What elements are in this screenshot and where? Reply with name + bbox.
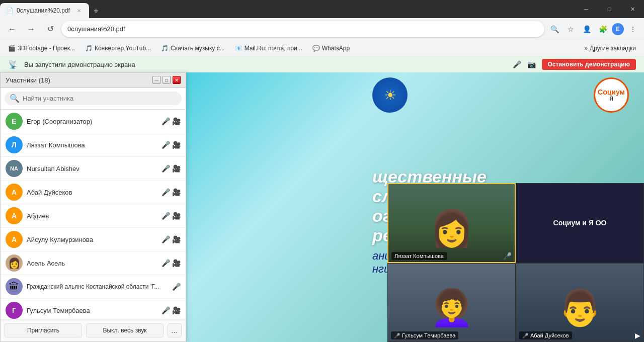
extensions-icon[interactable]: 🧩: [596, 22, 610, 36]
screenshare-icon[interactable]: 👤: [580, 22, 594, 36]
avatar: Г: [6, 302, 23, 319]
search-icon[interactable]: 🔍: [547, 22, 561, 36]
bookmarks-more-label: Другие закладки: [590, 45, 636, 52]
bookmark-label-3: Скачать музыку с...: [171, 45, 225, 52]
bookmark-mailru[interactable]: 📧 Mail.Ru: почта, пои...: [231, 43, 306, 53]
cam-off-icon: 🎥: [172, 235, 181, 243]
bookmarks-more-btn[interactable]: » Другие закладки: [580, 43, 640, 53]
bookmark-favicon-5: 💬: [312, 45, 320, 52]
video-label-lyazzat: Ляззат Компышова: [391, 252, 447, 260]
list-item: Г Гульсум Темирбаева 🎤 🎥: [1, 299, 186, 319]
bookmark-whatsapp[interactable]: 💬 WhatsApp: [308, 43, 354, 53]
mic-status-icon: 🎤: [513, 60, 521, 68]
bookmark-3dfootage[interactable]: 🎬 3DFootage - Проек...: [4, 43, 79, 53]
bookmark-music[interactable]: 🎵 Скачать музыку с...: [157, 43, 229, 53]
reload-button[interactable]: ↺: [42, 21, 58, 37]
cam-status-icon: 📷: [527, 60, 536, 68]
browser-tab-active[interactable]: 📄 0слушания%20.pdf ✕: [0, 3, 89, 18]
mic-off-icon: 🎤: [162, 259, 170, 267]
mic-off-icon: 🎤: [162, 188, 170, 196]
search-box: 🔍: [1, 88, 186, 110]
bookmarks-bar: 🎬 3DFootage - Проек... 🎵 Конвертер YouTu…: [0, 40, 644, 56]
panel-titlebar: Участники (18) ─ □ ✕: [1, 73, 186, 88]
cam-icon: 🎥: [172, 141, 181, 149]
mic-icon: 🎤: [162, 141, 170, 149]
participant-name: Айсулу Кулмурзинова: [27, 236, 157, 243]
panel-maximize-btn[interactable]: □: [163, 76, 171, 84]
logo-container: Социум Я: [594, 77, 629, 113]
forward-button[interactable]: →: [23, 21, 39, 37]
mute-icon: 🎤: [522, 333, 528, 338]
participant-name: Гульсум Темирбаева: [27, 307, 157, 314]
bookmark-youtubeconverter[interactable]: 🎵 Конвертер YouTub...: [81, 43, 155, 53]
flag-emblem: ☀: [372, 77, 408, 113]
bookmark-label-5: WhatsApp: [322, 45, 350, 52]
participant-name: Абай Дуйсеков: [27, 189, 157, 196]
window-close-btn[interactable]: ✕: [621, 0, 644, 18]
cam-off-icon: 🎥: [172, 306, 181, 314]
video-tile-socium: Социум и Я ОО: [516, 183, 644, 263]
participant-name: Гражданский альянс Костанайской области …: [27, 283, 168, 290]
screenshare-status-icon: 📡: [8, 60, 18, 69]
participant-list: E Егор (Соорганизатор) 🎤 🎥 Л Ляззат Комп…: [1, 110, 186, 319]
mic-off-icon: 🎤: [162, 306, 170, 314]
profile-icon[interactable]: E: [612, 23, 624, 35]
video-tile-abay: 👨 🎤 Абай Дуйсеков ▶: [516, 263, 644, 342]
invite-button[interactable]: Пригласить: [5, 323, 82, 337]
new-tab-button[interactable]: +: [89, 4, 103, 18]
participant-name: Nursultan Abishev: [27, 165, 157, 173]
participant-search-input[interactable]: [23, 95, 177, 102]
video-label-gulssum: 🎤 Гульсум Темирбаева: [391, 331, 458, 339]
bookmark-favicon-4: 📧: [235, 45, 243, 52]
tab-close-btn[interactable]: ✕: [75, 7, 83, 15]
mic-off-icon: 🎤: [162, 212, 170, 220]
list-item: 👩 Асель Асель 🎤 🎥: [1, 251, 186, 275]
avatar-org: 🏛: [6, 278, 23, 295]
notification-bar: 📡 Вы запустили демонстрацию экрана 🎤 📷 О…: [0, 56, 644, 72]
mic-off-icon: 🎤: [172, 283, 181, 291]
bookmark-star-icon[interactable]: ☆: [564, 22, 578, 36]
list-item: 🏛 Гражданский альянс Костанайской област…: [1, 275, 186, 299]
tile2-title: Социум и Я ОО: [553, 219, 607, 227]
bookmark-label-4: Mail.Ru: почта, пои...: [245, 45, 302, 52]
cam-off-icon: 🎥: [172, 188, 181, 196]
cam-off-icon: 🎥: [172, 117, 181, 125]
participants-panel: Участники (18) ─ □ ✕ 🔍 E Егор (Соорганиз…: [0, 72, 186, 342]
menu-icon[interactable]: ⋮: [626, 22, 640, 36]
avatar-photo: 👩: [6, 254, 23, 272]
list-item: А Абдиев 🎤 🎥: [1, 204, 186, 228]
avatar: Л: [6, 136, 23, 153]
back-button[interactable]: ←: [4, 21, 20, 37]
mute-icon: 🎤: [394, 333, 400, 338]
participant-name: Егор (Соорганизатор): [27, 118, 157, 125]
list-item: NA Nursultan Abishev 🎤 🎥: [1, 157, 186, 181]
avatar: NA: [6, 160, 23, 177]
mute-all-button[interactable]: Выкл. весь звук: [86, 323, 164, 337]
window-minimize-btn[interactable]: ─: [575, 0, 598, 18]
panel-minimize-btn[interactable]: ─: [152, 76, 160, 84]
address-bar[interactable]: [61, 21, 544, 37]
participant-name: Асель Асель: [27, 260, 157, 267]
chevron-right-icon: »: [584, 45, 588, 52]
tab-title: 0слушания%20.pdf: [17, 7, 70, 14]
window-maximize-btn[interactable]: □: [598, 0, 621, 18]
mic-off-icon: 🎤: [162, 164, 170, 173]
bookmark-label-2: Конвертер YouTub...: [95, 45, 151, 52]
video-tile-lyazzat: 👩 Ляззат Компышова 🎤: [387, 183, 516, 263]
list-item: А Абай Дуйсеков 🎤 🎥: [1, 181, 186, 204]
cam-off-icon: 🎥: [172, 259, 181, 267]
tile1-mute-icon: 🎤: [503, 252, 512, 260]
tile4-activity-icon: ▶: [635, 331, 640, 339]
bookmark-favicon-1: 🎬: [8, 45, 16, 52]
panel-close-btn[interactable]: ✕: [173, 76, 181, 84]
participant-name: Ляззат Компышова: [27, 141, 157, 149]
cam-off-icon: 🎥: [172, 164, 181, 173]
mic-off-icon: 🎤: [162, 117, 170, 125]
more-options-button[interactable]: ...: [168, 323, 182, 337]
stop-screenshare-button[interactable]: Остановить демонстрацию: [542, 59, 636, 70]
presentation-slide: ☀ Социум Я щественные слушания по огам р…: [186, 72, 644, 342]
main-content: Участники (18) ─ □ ✕ 🔍 E Егор (Соорганиз…: [0, 72, 644, 342]
tab-favicon: 📄: [6, 7, 14, 14]
panel-title: Участники (18): [6, 76, 50, 84]
video-label-abay: 🎤 Абай Дуйсеков: [519, 331, 572, 339]
